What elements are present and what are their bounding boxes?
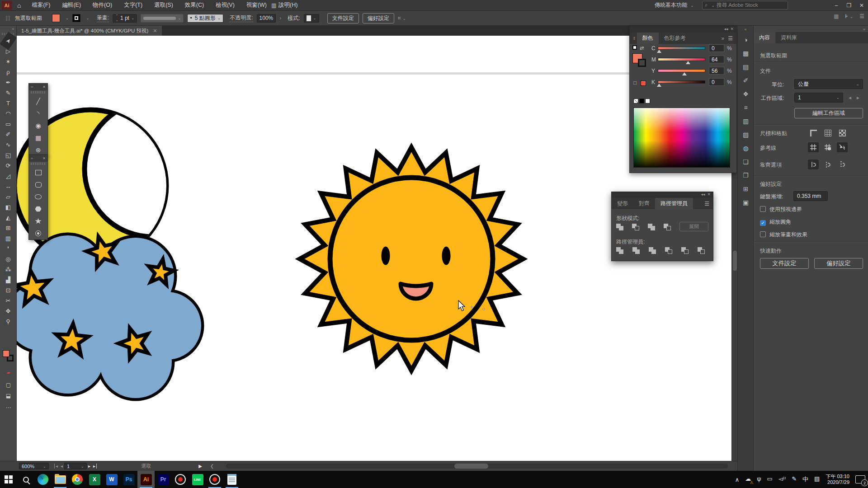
- k-slider[interactable]: [658, 80, 705, 84]
- home-icon[interactable]: ⌂: [17, 2, 21, 9]
- closest-color-swatch[interactable]: [641, 80, 646, 86]
- color-panel-icon[interactable]: ◑: [738, 33, 754, 47]
- opacity-expand-arrow[interactable]: ›: [279, 15, 281, 21]
- stroke-icon[interactable]: ≡: [738, 101, 754, 114]
- merge-icon[interactable]: [649, 247, 658, 254]
- width-tool[interactable]: ↔: [1, 181, 16, 192]
- out-of-gamut-icon[interactable]: □: [633, 80, 637, 86]
- menu-item-1[interactable]: 編輯(E): [62, 1, 81, 9]
- ellipse-tool[interactable]: [29, 191, 47, 203]
- prev-artboard-icon[interactable]: ◂: [61, 464, 63, 469]
- prev-artboard-icon[interactable]: ◂: [849, 94, 851, 101]
- swap-colors-icon[interactable]: ⇄: [640, 45, 644, 51]
- search-button[interactable]: [17, 471, 34, 488]
- snap-to-pixel-icon[interactable]: [822, 160, 833, 169]
- tab-1[interactable]: 對齊: [633, 198, 655, 209]
- close-button[interactable]: ✕: [855, 0, 868, 10]
- tab-close-icon[interactable]: ✕: [153, 28, 157, 34]
- recorder-icon[interactable]: [206, 471, 223, 488]
- toolbox-collapse-icon[interactable]: »: [0, 26, 16, 32]
- free-transform-tool[interactable]: ▱: [1, 192, 16, 202]
- palette-close-icon[interactable]: ✕: [42, 85, 46, 89]
- transparency-icon[interactable]: ▨: [738, 128, 754, 141]
- volume-icon[interactable]: ◅⁾⁾: [778, 475, 786, 483]
- rectangle-tool[interactable]: [29, 166, 47, 178]
- line-icon[interactable]: LINE: [189, 471, 206, 488]
- checkbox-row-1[interactable]: ✓縮放圓角: [760, 218, 863, 226]
- adobe-stock-search[interactable]: ⌕⌄ 搜尋 Adobe Stock: [702, 1, 788, 9]
- intersect-icon[interactable]: [648, 224, 657, 231]
- shaper-tool[interactable]: ∿: [1, 140, 16, 150]
- panel-menu-icon[interactable]: ☰: [728, 35, 736, 42]
- arc-tool[interactable]: ◠: [1, 108, 16, 119]
- excel-icon[interactable]: X: [86, 471, 103, 488]
- ime-keyboard-icon[interactable]: ▤: [814, 475, 820, 483]
- preferences-button[interactable]: 偏好設定: [363, 13, 394, 23]
- checkbox-row-0[interactable]: 使用預視邊界: [760, 206, 863, 213]
- c-value-field[interactable]: 0: [709, 44, 724, 52]
- notepad-icon[interactable]: [223, 471, 241, 488]
- gradient-tool[interactable]: ▥: [1, 233, 16, 244]
- panel-expand-icon[interactable]: »: [722, 35, 728, 42]
- fill-color-swatch[interactable]: [52, 14, 60, 22]
- palette-detach-icon[interactable]: ››: [31, 156, 33, 160]
- artboard-nav-select[interactable]: 1⌄: [64, 463, 87, 469]
- menu-item-3[interactable]: 文字(T): [124, 1, 142, 9]
- eraser-tool[interactable]: ◱: [1, 150, 16, 160]
- rectangle-tool[interactable]: ▭: [1, 119, 16, 129]
- exclude-icon[interactable]: [664, 224, 673, 231]
- star-tool[interactable]: [29, 215, 47, 227]
- panel-menu-icon[interactable]: ☰: [704, 201, 713, 207]
- hand-tool[interactable]: ✥: [1, 306, 16, 316]
- menu-item-6[interactable]: 檢視(V): [216, 1, 235, 9]
- snap-to-glyph-icon[interactable]: [837, 160, 848, 169]
- preferences-button[interactable]: 偏好設定: [814, 258, 863, 269]
- curvature-tool[interactable]: ✎: [1, 88, 16, 98]
- next-artboard-icon[interactable]: ▸: [857, 94, 859, 101]
- drawing-modes-icon[interactable]: ▢: [0, 382, 17, 388]
- column-graph-tool[interactable]: ▟: [1, 275, 16, 285]
- panel-cycle-icon[interactable]: ⇕: [630, 36, 637, 41]
- perspective-grid-tool[interactable]: ◭: [1, 212, 16, 223]
- m-value-field[interactable]: 64: [709, 56, 724, 63]
- word-icon[interactable]: W: [103, 471, 120, 488]
- snap-to-grid-icon[interactable]: [808, 160, 819, 169]
- transparency-grid-icon[interactable]: [837, 128, 848, 138]
- eyedropper-tool[interactable]: ❜: [1, 244, 16, 254]
- shape-builder-tool[interactable]: ◧: [1, 202, 16, 212]
- c-slider[interactable]: [658, 47, 705, 50]
- color-none-indicator[interactable]: ▰: [0, 370, 17, 375]
- fill-dropdown-arrow[interactable]: ⌄: [66, 16, 69, 20]
- polygon-tool[interactable]: [29, 203, 47, 215]
- slider-thumb[interactable]: [657, 50, 661, 53]
- stroke-weight-field[interactable]: ⌃⌄1 pt⌄: [113, 14, 137, 23]
- artboards-icon[interactable]: ⊞: [738, 182, 754, 196]
- divide-icon[interactable]: [616, 247, 625, 254]
- polar-grid-tool[interactable]: ⊛: [29, 144, 47, 156]
- chrome-icon[interactable]: [69, 471, 86, 488]
- panel-collapse-icon[interactable]: »: [863, 27, 865, 32]
- color-guide-icon[interactable]: ▩: [738, 47, 754, 60]
- vertical-scroll-thumb[interactable]: [733, 251, 737, 271]
- opacity-label[interactable]: 不透明度:: [230, 14, 253, 22]
- fill-stroke-indicator[interactable]: [3, 350, 14, 364]
- menu-item-4[interactable]: 選取(S): [154, 1, 173, 9]
- outline-icon[interactable]: [681, 247, 690, 254]
- panel-collapse-icon[interactable]: ◂◂: [701, 192, 705, 197]
- photoshop-icon[interactable]: Ps: [120, 471, 137, 488]
- tab-properties[interactable]: 內容: [754, 32, 775, 43]
- arrange-documents-icon[interactable]: ▦: [834, 13, 839, 19]
- edit-toolbar-icon[interactable]: ⋯: [0, 404, 17, 411]
- artboard-tool[interactable]: ⊡: [1, 285, 16, 296]
- menu-item-0[interactable]: 檔案(F): [32, 1, 50, 9]
- rectangular-grid-tool[interactable]: ▦: [29, 131, 47, 144]
- graphic-styles-icon[interactable]: ❏: [738, 155, 754, 169]
- menu-item-7[interactable]: 視窗(W): [246, 1, 267, 9]
- keyboard-increment-field[interactable]: 0.353 mm: [793, 191, 828, 201]
- black-swatch[interactable]: [639, 99, 644, 103]
- rounded-rectangle-tool[interactable]: [29, 178, 47, 191]
- panel-collapse-icon[interactable]: ◂◂ ✕: [630, 26, 736, 33]
- spiral-tool[interactable]: ◉: [29, 119, 47, 131]
- lock-guides-icon[interactable]: [822, 142, 833, 152]
- checkbox-row-2[interactable]: 縮放筆畫和效果: [760, 231, 863, 239]
